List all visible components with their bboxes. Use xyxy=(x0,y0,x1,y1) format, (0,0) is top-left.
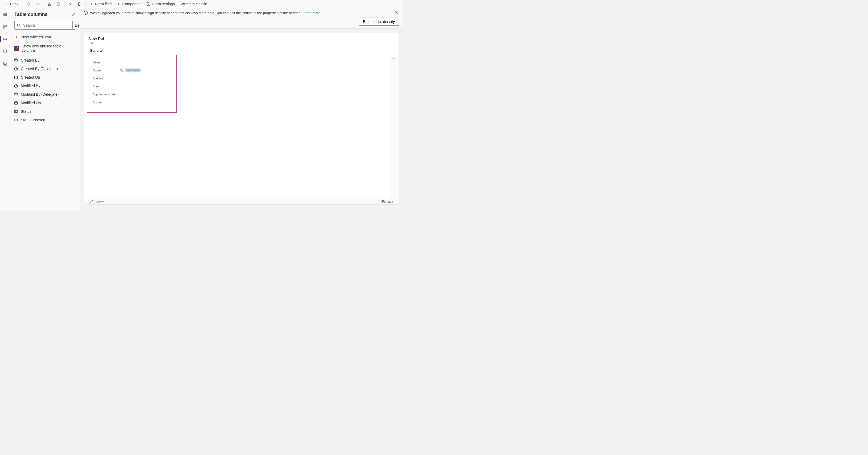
column-item[interactable]: Status xyxy=(10,107,80,116)
column-item[interactable]: Modified By xyxy=(10,82,80,90)
form-settings-icon xyxy=(147,2,151,6)
switch-classic-label: Switch to classic xyxy=(180,2,207,6)
column-item[interactable]: Created On xyxy=(10,73,80,82)
field-value[interactable]: --- xyxy=(119,61,122,64)
search-filter-row: Default xyxy=(14,21,75,30)
component-label: Component xyxy=(122,2,142,6)
new-table-column-button[interactable]: New table column xyxy=(10,32,80,42)
edit-header-density-button[interactable]: Edit header density xyxy=(359,18,399,26)
form-field-row[interactable]: Species--- xyxy=(93,74,390,82)
column-label: Created By xyxy=(21,58,39,62)
form-field-row[interactable]: Owner*User Name xyxy=(93,66,390,74)
back-button[interactable]: Back xyxy=(2,1,21,7)
required-indicator: * xyxy=(101,61,102,64)
tab-general[interactable]: General xyxy=(89,47,103,54)
field-label: Breed xyxy=(93,85,119,88)
field-value[interactable]: --- xyxy=(119,77,122,80)
delete-icon xyxy=(77,2,82,6)
chevron-down-icon xyxy=(68,2,72,6)
form-header[interactable]: New Pet Pet xyxy=(84,33,398,45)
info-icon xyxy=(84,11,88,15)
svg-rect-6 xyxy=(3,25,5,26)
column-item[interactable]: Modified On xyxy=(10,98,80,107)
rail-menu[interactable] xyxy=(1,10,9,19)
field-label: Species xyxy=(93,77,119,80)
field-value[interactable]: User Name xyxy=(119,68,142,73)
close-panel-button[interactable] xyxy=(71,12,75,17)
checkbox-checked-icon[interactable] xyxy=(14,46,19,51)
column-label: Modified On xyxy=(21,101,41,105)
svg-rect-8 xyxy=(3,27,5,28)
column-type-icon xyxy=(14,101,18,105)
form-subtitle: Pet xyxy=(89,41,394,44)
field-value[interactable]: --- xyxy=(119,101,122,104)
svg-rect-7 xyxy=(5,25,7,26)
field-value[interactable]: --- xyxy=(119,93,122,96)
column-item[interactable]: Created By xyxy=(10,56,80,64)
back-arrow-icon xyxy=(4,2,8,6)
banner-message: We've upgraded your form to show a high … xyxy=(90,11,301,15)
table-columns-panel: Table columns Default New table column S… xyxy=(10,8,80,210)
column-item[interactable]: Modified By (Delegate) xyxy=(10,90,80,98)
library-icon xyxy=(3,61,7,65)
banner-learn-more-link[interactable]: Learn more xyxy=(303,11,320,15)
delete-button[interactable] xyxy=(75,1,84,7)
svg-rect-4 xyxy=(147,2,149,5)
rail-columns[interactable] xyxy=(1,35,9,43)
switch-classic-button[interactable]: Switch to classic xyxy=(178,1,209,7)
new-column-label: New table column xyxy=(21,35,51,39)
form-section-selected[interactable]: Name*---Owner*User NameSpecies---Breed--… xyxy=(87,56,395,201)
column-type-icon xyxy=(14,92,18,96)
form-field-row[interactable]: Account--- xyxy=(93,98,390,106)
toolbar-dropdown[interactable] xyxy=(66,1,74,7)
footer-save-label: Save xyxy=(386,200,393,203)
save-icon[interactable] xyxy=(381,200,385,204)
column-type-icon xyxy=(14,109,18,114)
svg-point-22 xyxy=(121,69,122,70)
content-area: We've upgraded your form to show a high … xyxy=(80,8,403,210)
search-input[interactable] xyxy=(23,23,70,28)
undo-button[interactable] xyxy=(24,1,32,7)
form-settings-button[interactable]: Form settings xyxy=(144,1,177,7)
show-unused-label: Show only unused table columns xyxy=(22,44,75,53)
form-field-row[interactable]: Name*--- xyxy=(93,58,390,66)
canvas-wrap: New Pet Pet General Name*---Owner*User N… xyxy=(80,29,403,210)
form-settings-label: Form settings xyxy=(152,2,175,6)
component-button[interactable]: Component xyxy=(114,1,144,7)
svg-point-0 xyxy=(48,4,49,6)
rail-library[interactable] xyxy=(1,59,9,68)
cut-button[interactable] xyxy=(45,1,54,7)
top-toolbar: Back Form field Component Form settings … xyxy=(0,0,403,8)
redo-button[interactable] xyxy=(33,1,41,7)
field-value[interactable]: --- xyxy=(119,85,122,88)
footer-status: Active xyxy=(96,200,104,203)
svg-rect-15 xyxy=(14,76,18,79)
field-label: Owner* xyxy=(93,69,119,72)
banner-close-button[interactable] xyxy=(395,11,399,15)
footer-expand-icon[interactable] xyxy=(90,200,94,204)
rail-components[interactable] xyxy=(1,47,9,55)
layers-icon xyxy=(3,49,7,53)
hamburger-icon xyxy=(3,12,7,17)
redo-icon xyxy=(35,2,39,6)
show-unused-row[interactable]: Show only unused table columns xyxy=(10,42,80,56)
field-label: Appointment date xyxy=(93,93,119,96)
column-label: Created On xyxy=(21,75,40,80)
section-scrollbar[interactable]: ▴ xyxy=(392,56,395,201)
tree-icon xyxy=(3,25,7,29)
left-rail xyxy=(0,8,10,210)
scroll-up-icon[interactable]: ▴ xyxy=(392,56,395,60)
column-type-icon xyxy=(14,58,18,62)
form-field-label: Form field xyxy=(95,2,112,6)
svg-rect-11 xyxy=(4,63,7,65)
column-item[interactable]: Created By (Delegate) xyxy=(10,64,80,73)
paste-icon xyxy=(56,2,60,6)
form-field-row[interactable]: Appointment date--- xyxy=(93,90,390,98)
column-item[interactable]: Status Reason xyxy=(10,116,80,124)
form-canvas[interactable]: New Pet Pet General Name*---Owner*User N… xyxy=(84,33,398,203)
paste-button[interactable] xyxy=(54,1,63,7)
search-box[interactable] xyxy=(14,21,72,29)
form-field-button[interactable]: Form field xyxy=(87,1,114,7)
rail-tree[interactable] xyxy=(1,22,9,31)
form-field-row[interactable]: Breed--- xyxy=(93,82,390,90)
